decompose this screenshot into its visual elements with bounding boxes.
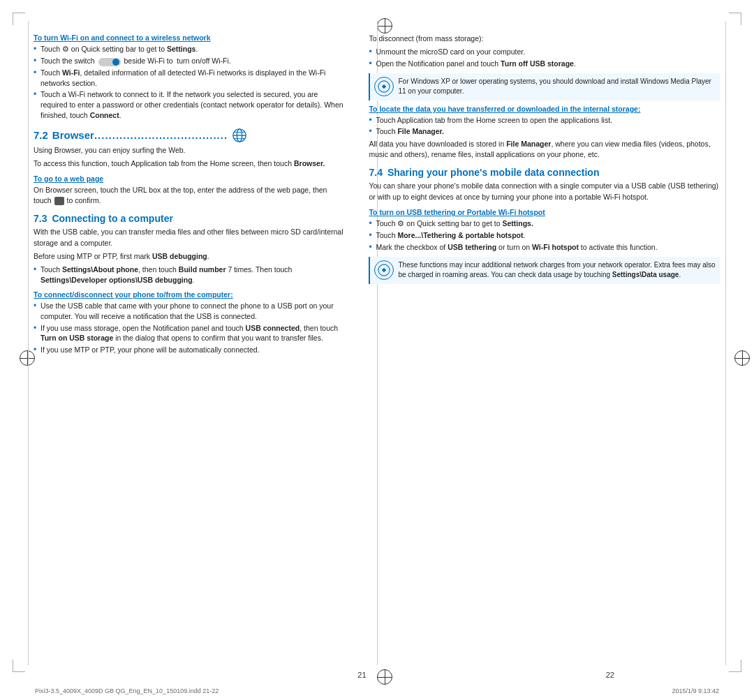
corner-mark-bl xyxy=(13,660,25,672)
list-item: Unmount the microSD card on your compute… xyxy=(369,47,720,57)
list-item: Touch ⚙ on Quick setting bar to get to S… xyxy=(34,44,343,54)
section-74-header: 7.4 Sharing your phone's mobile data con… xyxy=(369,167,720,178)
list-item: If you use MTP or PTP, your phone will b… xyxy=(34,345,343,355)
locate-data-title: To locate the data you have transferred … xyxy=(369,105,640,113)
infobox2-text: These functions may incur additional net… xyxy=(398,260,716,281)
columns: To turn Wi-Fi on and connect to a wirele… xyxy=(34,27,720,662)
section-73-number: 7.3 xyxy=(34,213,47,224)
usb-debug-label: USB debugging xyxy=(152,252,207,260)
build-number-label: Build number xyxy=(179,265,226,274)
section-72-intro: Using Browser, you can enjoy surfing the… xyxy=(34,145,343,156)
footer: Pixi3-3.5_4009X_4009D GB QG_Eng_EN_10_15… xyxy=(0,687,754,694)
usb-connected-label: USB connected xyxy=(246,324,300,332)
connect-label: Connect xyxy=(90,111,119,119)
infobox-windows: For Windows XP or lower operating system… xyxy=(369,73,720,100)
list-item: Touch a Wi-Fi network to connect to it. … xyxy=(34,89,343,120)
corner-mark-tr xyxy=(729,13,741,25)
turn-on-usb-label: Turn on USB storage xyxy=(40,334,113,342)
section-72-title: Browser xyxy=(52,129,94,141)
page-wrapper: To turn Wi-Fi on and connect to a wirele… xyxy=(0,0,754,700)
toggle-switch-icon xyxy=(98,58,121,66)
file-manager-ref: File Manager xyxy=(506,140,551,148)
footer-left-text: Pixi3-3.5_4009X_4009D GB QG_Eng_EN_10_15… xyxy=(35,687,219,694)
wifi-bullet-list: Touch ⚙ on Quick setting bar to get to S… xyxy=(34,44,343,121)
connect-section-title: To connect/disconnect your phone to/from… xyxy=(34,290,343,299)
info-icon-1 xyxy=(374,77,394,96)
corner-mark-tl xyxy=(13,13,25,25)
wifi-section-title: To turn Wi-Fi on and connect to a wirele… xyxy=(34,33,343,42)
file-manager-label: File Manager. xyxy=(397,127,444,135)
settings-label-2: Settings. xyxy=(503,219,533,228)
page-number-left: 21 xyxy=(357,671,366,679)
disconnect-intro: To disconnect (from mass storage): xyxy=(369,33,720,44)
data-usage-label: Settings\Data usage xyxy=(612,271,679,278)
gear-icon: ⚙ xyxy=(62,45,69,53)
settings-label: Settings xyxy=(167,45,195,53)
list-item: Open the Notification panel and touch Tu… xyxy=(369,59,720,69)
section-73-mtp: Before using MTP or PTP, first mark USB … xyxy=(34,251,343,262)
connect-bullet-list: Use the USB cable that came with your ph… xyxy=(34,301,343,355)
disconnect-bullet-list: Unmount the microSD card on your compute… xyxy=(369,47,720,68)
browser-label: Browser. xyxy=(294,159,325,167)
list-item: Touch Wi-Fi, detailed information of all… xyxy=(34,68,343,88)
locate-data-section: To locate the data you have transferred … xyxy=(369,105,720,113)
info-icon-2 xyxy=(374,260,394,280)
mtp-bullet-list: Touch Settings\About phone, then touch B… xyxy=(34,265,343,285)
section-72-access: To access this function, touch Applicati… xyxy=(34,158,343,169)
goto-web-title: To go to a web page xyxy=(34,174,343,183)
list-item: Touch More...\Tethering & portable hotsp… xyxy=(369,230,720,241)
list-item: If you use mass storage, open the Notifi… xyxy=(34,323,343,343)
locate-text: All data you have downloaded is stored i… xyxy=(369,139,720,160)
side-line-right xyxy=(725,21,726,665)
settings-about-label: Settings\About phone xyxy=(62,265,138,274)
infobox-charges: These functions may incur additional net… xyxy=(369,257,720,284)
svg-point-6 xyxy=(383,84,386,88)
section-73-header: 7.3 Connecting to a computer xyxy=(34,213,343,224)
list-item: Mark the checkbox of USB tethering or tu… xyxy=(369,242,720,253)
charges-icon xyxy=(378,264,390,276)
tethering-bullet-list: Touch ⚙ on Quick setting bar to get to S… xyxy=(369,218,720,253)
section-74-title: Sharing your phone's mobile data connect… xyxy=(385,167,599,178)
wifi-label: Wi-Fi xyxy=(62,68,80,77)
gear-icon-2: ⚙ xyxy=(397,219,404,228)
section-72-header: 7.2 Browser ............................… xyxy=(34,128,343,143)
section-73-title: Connecting to a computer xyxy=(50,213,173,224)
list-item: Touch ⚙ on Quick setting bar to get to S… xyxy=(369,218,720,229)
section-72-dots: ..................................... xyxy=(94,129,228,141)
goto-web-text: On Browser screen, touch the URL box at … xyxy=(34,185,343,206)
tethering-title: To turn on USB tethering or Portable Wi-… xyxy=(369,208,720,216)
windows-media-icon xyxy=(378,80,390,93)
footer-right-text: 2015/1/9 9:13:42 xyxy=(672,687,719,694)
enter-key-icon xyxy=(54,197,64,205)
tethering-label: More...\Tethering & portable hotspot xyxy=(397,231,523,239)
page-number-right: 22 xyxy=(606,671,614,679)
list-item: Touch the switch beside Wi-Fi to turn on… xyxy=(34,56,343,66)
corner-mark-br xyxy=(729,660,741,672)
left-column: To turn Wi-Fi on and connect to a wirele… xyxy=(34,27,356,662)
usb-tethering-label: USB tethering xyxy=(448,243,496,251)
list-item: Touch File Manager. xyxy=(369,126,720,137)
infobox1-text: For Windows XP or lower operating system… xyxy=(398,77,716,97)
list-item: Use the USB cable that came with your ph… xyxy=(34,301,343,321)
wifi-hotspot-label: Wi-Fi hotspot xyxy=(532,243,579,251)
section-74-intro: You can share your phone's mobile data c… xyxy=(369,181,720,202)
side-line-left xyxy=(28,21,29,665)
section-74-number: 7.4 xyxy=(369,167,382,178)
svg-point-8 xyxy=(383,268,386,271)
section-73-intro: With the USB cable, you can transfer med… xyxy=(34,227,343,248)
right-column: To disconnect (from mass storage): Unmou… xyxy=(356,27,720,662)
browser-globe-icon xyxy=(232,128,247,143)
turn-off-usb-label: Turn off USB storage xyxy=(501,59,574,68)
developer-options-label: Settings\Developer options\USB debugging xyxy=(40,276,193,284)
list-item: Touch Settings\About phone, then touch B… xyxy=(34,265,343,285)
section-72-number: 7.2 xyxy=(34,129,48,141)
locate-bullet-list: Touch Application tab from the Home scre… xyxy=(369,115,720,137)
list-item: Touch Application tab from the Home scre… xyxy=(369,115,720,126)
